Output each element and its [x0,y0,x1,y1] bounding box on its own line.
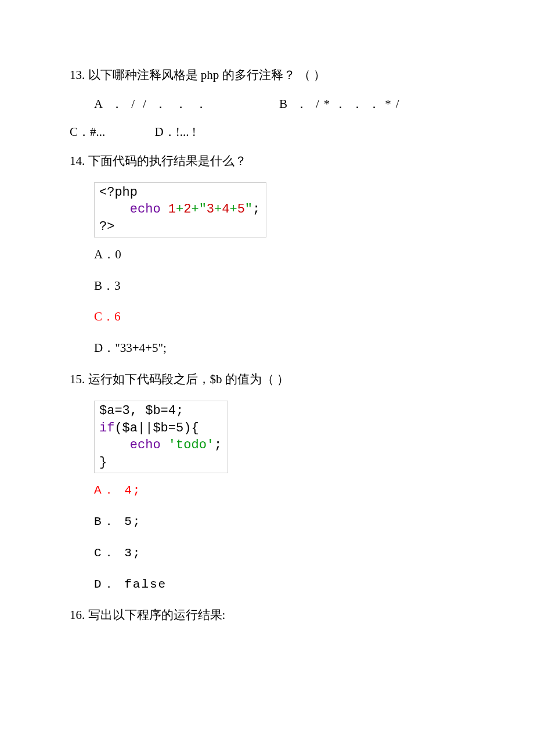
q15-number: 15. [70,372,85,386]
q13-optA-label: A． [94,97,131,111]
code-string-quote: " [245,202,252,217]
q13-option-d: D．!... ! [155,121,196,144]
code-guide [99,202,130,217]
code-line: $a=3, $b=4; [99,404,183,418]
code-guide [99,438,130,452]
code-keyword-echo: echo [130,202,161,217]
code-operator: + [176,202,183,217]
q15-option-a: A． 4; [94,479,464,502]
code-token: <?php [99,185,138,200]
q13-number: 13. [70,68,85,82]
q14-number: 14. [70,154,85,168]
code-number: 4 [222,202,229,217]
q14-option-b: B．3 [94,275,464,298]
q15-option-d: D． false [94,573,464,596]
code-keyword-echo: echo [130,438,161,452]
q13-optA-value: //．．． [131,97,215,111]
q15-text: 运行如下代码段之后，$b 的值为（ ） [88,372,290,386]
code-keyword-if: if [99,421,114,435]
code-line: ($a||$b=5){ [114,421,199,435]
q13-option-c: C．#... [70,121,105,144]
code-operator: + [214,202,222,217]
q13-option-a: A．//．．． [94,93,279,116]
q13-optB-value: /*．．．*/ [316,97,404,111]
code-string-quote: " [199,202,207,217]
q15-options: A． 4; B． 5; C． 3; D． false [70,479,464,596]
page-content: 13. 以下哪种注释风格是 php 的多行注释？ （ ） A．//．．． B．/… [0,0,534,668]
q14-option-a: A．0 [94,243,464,267]
code-operator: + [229,202,237,217]
code-token: ?> [99,219,114,234]
code-string: 'todo' [168,438,214,452]
question-16: 16. 写出以下程序的运行结果: [70,604,464,627]
q13-optB-label: B． [279,97,316,111]
q15-option-b: B． 5; [94,510,464,534]
q14-option-c: C．6 [94,305,464,329]
q16-text: 写出以下程序的运行结果: [88,608,226,622]
q14-option-d: D．"33+4+5"; [94,337,464,360]
code-line: } [99,455,107,470]
q15-code-block: $a=3, $b=4; if($a||$b=5){ echo 'todo'; } [94,401,228,473]
q15-option-c: C． 3; [94,542,464,565]
q14-code-block: <?php echo 1+2+"3+4+5"; ?> [94,182,266,237]
code-operator: + [191,202,199,217]
code-number: 1 [168,202,176,217]
code-number: 5 [237,202,245,217]
code-number: 3 [207,202,214,217]
q13-text: 以下哪种注释风格是 php 的多行注释？ （ ） [88,68,326,82]
code-number: 2 [183,202,191,217]
q13-option-b: B．/*．．．*/ [279,93,464,116]
q13-options-row1: A．//．．． B．/*．．．*/ [70,93,464,116]
code-semicolon: ; [252,202,260,217]
code-space [161,438,168,452]
q16-number: 16. [70,608,85,622]
question-14: 14. 下面代码的执行结果是什么？ [70,150,464,173]
q14-text: 下面代码的执行结果是什么？ [88,154,247,168]
question-15: 15. 运行如下代码段之后，$b 的值为（ ） [70,368,464,391]
question-13: 13. 以下哪种注释风格是 php 的多行注释？ （ ） [70,64,464,87]
q14-options: A．0 B．3 C．6 D．"33+4+5"; [70,243,464,361]
q13-options-row2: C．#... D．!... ! [70,121,464,144]
code-semicolon: ; [214,438,222,452]
